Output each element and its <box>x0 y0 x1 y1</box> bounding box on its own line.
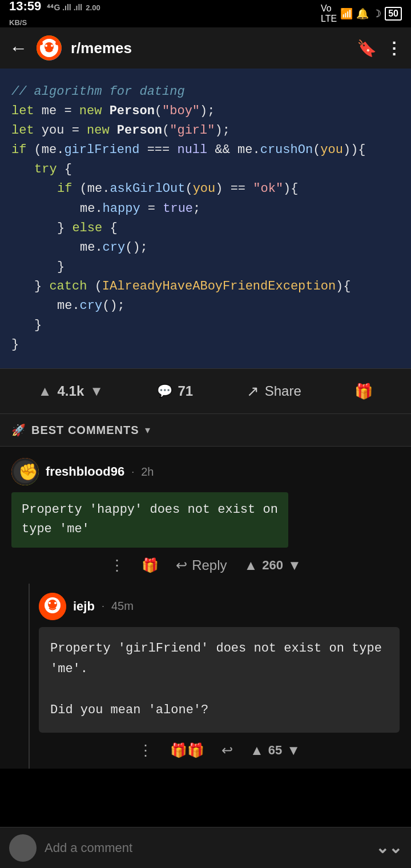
svg-point-13 <box>49 602 51 604</box>
svg-point-16 <box>59 599 63 602</box>
comment-username: freshblood96 <box>46 464 124 479</box>
status-right-icons: VoLTE 📶 🔔 ☽ 50 <box>321 3 402 24</box>
code-line-2: let you = new Person("girl"); <box>11 121 400 140</box>
reply-time: 45m <box>111 600 134 613</box>
status-bar: 13:59 ⁴⁴G .ıll .ıll 2.00KB/S VoLTE 📶 🔔 ☽… <box>0 0 411 27</box>
upvote-count: 4.1k <box>58 383 84 399</box>
reply-button[interactable]: ↩ Reply <box>176 557 227 573</box>
reply-more-icon[interactable]: ⋮ <box>138 742 153 760</box>
more-options-icon[interactable]: ⋮ <box>386 39 402 58</box>
more-icon[interactable]: ⋮ <box>110 557 124 574</box>
comment-header: ✊ freshblood96 · 2h <box>11 458 400 485</box>
lte-icon: VoLTE <box>321 3 337 24</box>
status-time: 13:59 ⁴⁴G .ıll .ıll 2.00KB/S <box>9 0 100 29</box>
reply-actions: ⋮ 🎁🎁 ↩ ▲ 65 ▼ <box>39 733 400 769</box>
svg-point-15 <box>42 599 46 602</box>
subreddit-title: r/memes <box>71 39 348 57</box>
comment-actions: ⋮ 🎁 ↩ Reply ▲ 260 ▼ <box>11 548 400 584</box>
vote-group: ▲ 4.1k ▼ <box>38 383 103 399</box>
signal-indicator: ⁴⁴G .ıll .ıll <box>47 3 82 12</box>
reply-upvote-icon[interactable]: ▲ <box>250 742 264 758</box>
chevron-down-icon[interactable]: ▾ <box>145 424 150 436</box>
svg-point-6 <box>55 42 59 45</box>
scroll-down-icon[interactable]: ⌄⌄ <box>376 838 402 857</box>
reply-body: Property 'girlFriend' does not exist on … <box>39 627 400 733</box>
reply-icon: ↩ <box>176 557 187 573</box>
best-comments-bar[interactable]: 🚀 BEST COMMENTS ▾ <box>0 414 411 447</box>
comment-gift-icon[interactable]: 🎁 <box>142 557 159 573</box>
share-group[interactable]: ↗ Share <box>247 383 301 400</box>
best-comments-label: BEST COMMENTS <box>31 424 139 437</box>
downvote-icon[interactable]: ▼ <box>288 557 301 573</box>
bookmark-icon[interactable]: 🔖 <box>357 39 377 58</box>
reply-comment: iejb · 45m Property 'girlFriend' does no… <box>29 584 411 769</box>
signal-bars-icon: 📶 <box>340 7 353 20</box>
reply-reply-icon[interactable]: ↩ <box>221 742 233 758</box>
code-line-4: try { <box>11 160 400 179</box>
comment-time: 2h <box>141 465 154 479</box>
code-line-8: me.cry(); <box>11 238 400 258</box>
subreddit-avatar <box>37 35 62 61</box>
code-line-6: me.happy = true; <box>11 199 400 219</box>
code-line-1: let me = new Person("boy"); <box>11 102 400 121</box>
user-avatar <box>9 834 37 862</box>
comment-icon: 💬 <box>157 384 172 399</box>
comment-vote-count: 260 <box>262 558 283 573</box>
reply-username: iejb <box>73 599 95 614</box>
upvote-icon[interactable]: ▲ <box>38 383 52 399</box>
reply-vote-row: ▲ 65 ▼ <box>250 742 300 758</box>
code-line-7: } else { <box>11 219 400 238</box>
moon-icon: ☽ <box>372 7 381 20</box>
svg-point-14 <box>54 602 57 604</box>
dnd-icon: 🔔 <box>356 7 369 20</box>
add-comment-input[interactable] <box>45 841 368 855</box>
code-line-5: if (me.askGirlOut(you) == "ok"){ <box>11 179 400 199</box>
svg-point-3 <box>45 45 47 47</box>
code-block: // algorithm for dating let me = new Per… <box>0 69 411 368</box>
gift-icon: 🎁 <box>354 383 373 400</box>
battery-indicator: 50 <box>385 7 402 21</box>
code-line-12: } <box>11 316 400 335</box>
rocket-icon: 🚀 <box>11 423 26 437</box>
comment-avatar: ✊ <box>11 458 39 485</box>
svg-text:✊: ✊ <box>18 463 38 481</box>
code-line-10: } catch (IAlreadyHaveABoyFriendException… <box>11 277 400 296</box>
upvote-icon[interactable]: ▲ <box>244 557 258 573</box>
reply-comment-header: iejb · 45m <box>39 584 400 620</box>
svg-point-12 <box>48 600 57 609</box>
code-line-13: } <box>11 335 400 355</box>
reply-label: Reply <box>192 557 227 573</box>
comment-count: 71 <box>178 383 194 399</box>
vote-row: ▲ 260 ▼ <box>244 557 301 573</box>
add-comment-bar: ⌄⌄ <box>0 827 411 868</box>
code-line-9: } <box>11 258 400 277</box>
code-line-11: me.cry(); <box>11 296 400 316</box>
reply-gift-icon[interactable]: 🎁🎁 <box>170 742 204 758</box>
svg-point-4 <box>51 45 53 47</box>
back-button[interactable]: ← <box>9 38 27 59</box>
gift-group[interactable]: 🎁 <box>354 383 373 400</box>
share-label: Share <box>265 383 301 399</box>
reply-avatar <box>39 593 66 620</box>
reply-downvote-icon[interactable]: ▼ <box>287 742 300 758</box>
top-nav: ← r/memes 🔖 ⋮ <box>0 27 411 69</box>
comment-item: ✊ freshblood96 · 2h Property 'happy' doe… <box>0 447 411 583</box>
reply-vote-count: 65 <box>268 743 282 758</box>
comment-group[interactable]: 💬 71 <box>157 383 194 399</box>
code-comment-line: // algorithm for dating <box>11 82 400 102</box>
downvote-icon[interactable]: ▼ <box>90 383 103 399</box>
action-bar: ▲ 4.1k ▼ 💬 71 ↗ Share 🎁 <box>0 368 411 414</box>
code-line-3: if (me.girlFriend === null && me.crushOn… <box>11 140 400 160</box>
share-icon: ↗ <box>247 383 259 400</box>
svg-point-5 <box>39 42 43 45</box>
comments-section: ✊ freshblood96 · 2h Property 'happy' doe… <box>0 447 411 768</box>
comment-body: Property 'happy' does not exist ontype '… <box>11 492 288 547</box>
